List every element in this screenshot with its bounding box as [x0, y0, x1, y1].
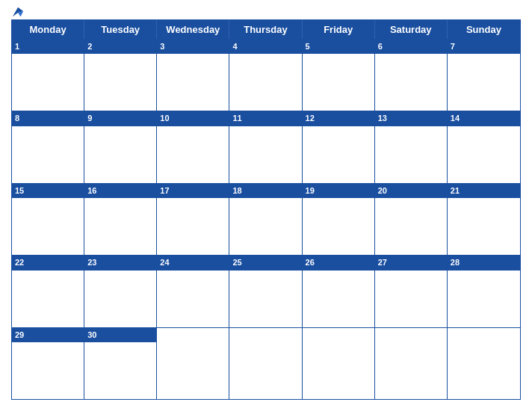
day-30: 30	[84, 328, 157, 399]
day-21: 21	[448, 184, 520, 255]
day-header-monday: Monday	[12, 20, 84, 39]
calendar-week-2: 891011121314	[12, 111, 520, 182]
day-17: 17	[157, 184, 229, 255]
day-number: 18	[229, 184, 301, 198]
day-16: 16	[84, 184, 157, 255]
empty-day	[157, 328, 229, 399]
day-18: 18	[229, 184, 302, 255]
day-number: 29	[12, 328, 84, 342]
day-13: 13	[375, 111, 448, 182]
day-number: 30	[84, 328, 156, 342]
day-number: 11	[229, 111, 301, 126]
day-number: 8	[12, 111, 84, 126]
day-9: 9	[84, 111, 157, 182]
day-number: 6	[375, 40, 447, 54]
day-number: 7	[448, 40, 520, 54]
day-10: 10	[157, 111, 229, 182]
calendar: MondayTuesdayWednesdayThursdayFridaySatu…	[11, 19, 521, 400]
day-number: 17	[157, 184, 229, 198]
empty-day	[448, 328, 520, 399]
day-number: 19	[303, 184, 374, 198]
calendar-week-4: 22232425262728	[12, 255, 520, 327]
day-20: 20	[375, 184, 448, 255]
empty-day	[303, 328, 375, 399]
logo-bird-icon	[11, 6, 25, 18]
day-28: 28	[448, 256, 520, 327]
day-29: 29	[12, 328, 84, 399]
empty-day	[375, 328, 448, 399]
day-number: 24	[157, 256, 229, 270]
day-number: 14	[448, 111, 520, 126]
day-4: 4	[229, 40, 302, 111]
day-15: 15	[12, 184, 84, 255]
day-5: 5	[303, 40, 375, 111]
day-number: 26	[303, 256, 374, 270]
day-6: 6	[375, 40, 448, 111]
logo-blue-text	[11, 6, 26, 18]
calendar-header	[11, 7, 521, 15]
day-number: 23	[84, 256, 156, 270]
day-number: 25	[229, 256, 301, 270]
day-number: 10	[157, 111, 229, 126]
day-3: 3	[157, 40, 229, 111]
day-8: 8	[12, 111, 84, 182]
day-header-thursday: Thursday	[229, 20, 302, 39]
day-27: 27	[375, 256, 448, 327]
day-number: 13	[375, 111, 447, 126]
calendar-week-3: 15161718192021	[12, 183, 520, 255]
day-number: 2	[84, 40, 156, 54]
day-header-saturday: Saturday	[375, 20, 448, 39]
day-number: 5	[303, 40, 374, 54]
day-1: 1	[12, 40, 84, 111]
calendar-header-row: MondayTuesdayWednesdayThursdayFridaySatu…	[12, 20, 520, 39]
day-19: 19	[303, 184, 375, 255]
day-23: 23	[84, 256, 157, 327]
day-number: 15	[12, 184, 84, 198]
day-number: 21	[448, 184, 520, 198]
day-header-friday: Friday	[303, 20, 375, 39]
day-number: 16	[84, 184, 156, 198]
day-12: 12	[303, 111, 375, 182]
day-number: 4	[229, 40, 301, 54]
day-number: 20	[375, 184, 447, 198]
day-26: 26	[303, 256, 375, 327]
day-24: 24	[157, 256, 229, 327]
day-number: 12	[303, 111, 374, 126]
day-number: 1	[12, 40, 84, 54]
day-number: 22	[12, 256, 84, 270]
day-number: 9	[84, 111, 156, 126]
day-number: 28	[448, 256, 520, 270]
logo	[11, 6, 26, 18]
day-number: 3	[157, 40, 229, 54]
day-22: 22	[12, 256, 84, 327]
calendar-week-5: 2930	[12, 327, 520, 399]
day-14: 14	[448, 111, 520, 182]
day-header-sunday: Sunday	[448, 20, 520, 39]
day-25: 25	[229, 256, 302, 327]
day-header-wednesday: Wednesday	[157, 20, 229, 39]
empty-day	[229, 328, 302, 399]
calendar-body: 1234567891011121314151617181920212223242…	[12, 39, 520, 399]
day-2: 2	[84, 40, 157, 111]
day-11: 11	[229, 111, 302, 182]
day-number: 27	[375, 256, 447, 270]
calendar-week-1: 1234567	[12, 39, 520, 111]
day-header-tuesday: Tuesday	[84, 20, 157, 39]
day-7: 7	[448, 40, 520, 111]
